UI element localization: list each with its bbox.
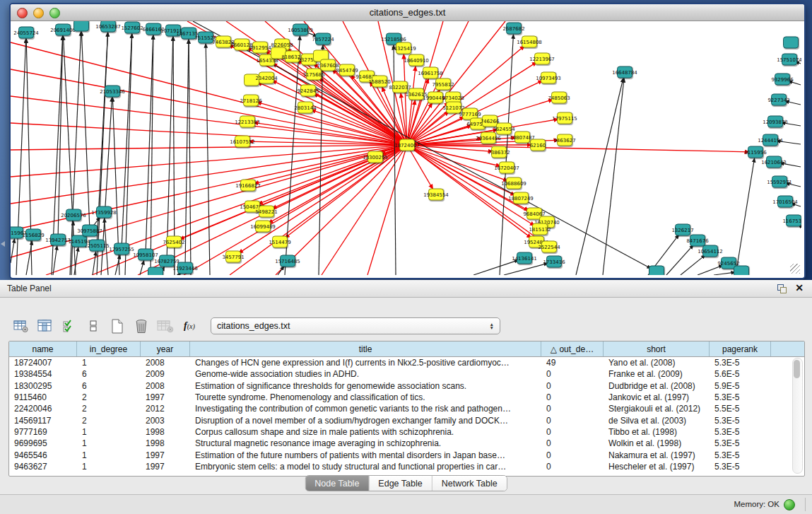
table-cell[interactable]: 5.3E-5 [710, 392, 771, 402]
table-cell[interactable]: 0 [541, 369, 604, 379]
table-cell[interactable]: 2 [77, 404, 141, 414]
table-row[interactable]: 1872400712008Changes of HCN gene express… [9, 357, 804, 368]
network-node[interactable] [734, 266, 749, 276]
table-cell[interactable]: 1998 [141, 438, 190, 448]
network-node[interactable] [649, 266, 664, 276]
network-node[interactable]: 17975115 [557, 112, 572, 124]
table-cell[interactable]: 5.3E-5 [710, 462, 771, 472]
network-node[interactable]: 20206576 [66, 209, 81, 221]
network-node[interactable]: 1167531 [786, 215, 801, 227]
network-node[interactable]: 7485063 [551, 92, 567, 104]
network-node[interactable]: 11923446 [177, 262, 193, 274]
table-cell[interactable]: 0 [541, 381, 604, 391]
table-row[interactable]: 1830029562008Estimation of significance … [9, 380, 804, 392]
window-resize-grip[interactable] [790, 264, 800, 274]
network-node[interactable]: 10958107 [138, 249, 153, 261]
table-cell[interactable]: de Silva et al. (2003) [604, 416, 710, 426]
table-row[interactable]: 1938455462009Genome-wide association stu… [9, 368, 804, 380]
table-cell[interactable]: 9699695 [9, 438, 77, 448]
table-cell[interactable]: 49 [541, 358, 604, 368]
network-node[interactable]: 10688609 [506, 177, 522, 189]
scrollbar-thumb[interactable] [794, 360, 800, 378]
network-node[interactable]: 16648784 [617, 66, 632, 78]
column-header-name[interactable]: name [9, 341, 77, 356]
table-cell[interactable]: Estimation of the future numbers of pati… [190, 450, 541, 460]
table-cell[interactable]: 0 [541, 416, 604, 426]
table-cell[interactable]: 1997 [141, 392, 190, 402]
table-cell[interactable]: Changes of HCN gene expression and I(f) … [190, 358, 541, 368]
network-node[interactable]: 15716485 [280, 255, 295, 267]
table-row[interactable]: 946362711997Embryonic stem cells: a mode… [9, 461, 804, 472]
network-node[interactable]: 2367608 [320, 59, 336, 71]
network-node[interactable]: 10807487 [514, 132, 530, 144]
table-cell[interactable]: 1 [77, 438, 141, 448]
table-cell[interactable]: 5.5E-5 [710, 404, 771, 414]
network-canvas[interactable]: 2405572420691406106532871527602646616010… [11, 21, 801, 275]
network-node[interactable]: 10653287 [100, 21, 116, 33]
table-cell[interactable]: 6 [77, 381, 141, 391]
table-cell[interactable]: 9777169 [9, 427, 77, 437]
table-cell[interactable]: 2003 [141, 416, 190, 426]
network-node[interactable]: 11325419 [396, 42, 411, 54]
network-node[interactable]: 1733416 [546, 256, 562, 268]
table-cell[interactable]: Corpus callosum shape and size in male p… [190, 427, 541, 437]
table-cell[interactable]: 5.3E-5 [710, 416, 771, 426]
table-cell[interactable]: 19384554 [9, 369, 77, 379]
table-cell[interactable]: 1 [77, 462, 141, 472]
table-selector-dropdown[interactable]: citations_edges.txt ▲▼ [211, 317, 500, 334]
network-node[interactable]: 7857224 [315, 33, 331, 45]
network-node[interactable]: 9242845 [300, 85, 316, 97]
network-node[interactable]: 24055724 [18, 27, 34, 39]
network-node[interactable]: 16720407 [499, 162, 514, 174]
network-node[interactable]: 3175685 [306, 69, 322, 81]
table-cell[interactable]: 14569117 [9, 416, 77, 426]
table-cell[interactable]: Stergiakouli et al. (2012) [604, 404, 710, 414]
network-node[interactable]: 7955812 [435, 78, 451, 90]
network-node[interactable]: 18807249 [513, 192, 529, 204]
network-node[interactable]: 15751074 [782, 54, 797, 66]
network-node[interactable]: 8471676 [690, 235, 705, 247]
network-node[interactable]: 1326217 [675, 224, 690, 236]
table-cell[interactable]: 5.3E-5 [710, 358, 771, 368]
network-node[interactable]: 3624554 [496, 123, 512, 135]
network-node[interactable]: 17016504 [777, 196, 793, 208]
network-window[interactable]: citations_edges.txt 24055724206914061065… [9, 3, 806, 279]
network-node[interactable]: 17957255 [114, 243, 129, 255]
table-cell[interactable]: 5.9E-5 [710, 381, 771, 391]
table-row[interactable]: 1456911722003Disruption of a novel membe… [9, 414, 804, 426]
table-row[interactable]: 946554611997Estimation of the future num… [9, 449, 804, 460]
row-height-button[interactable] [85, 317, 102, 334]
table-cell[interactable]: 1998 [141, 427, 190, 437]
network-node[interactable]: 9227343 [771, 94, 787, 106]
network-node[interactable]: 6466160 [146, 23, 161, 35]
tab-node-table[interactable]: Node Table [305, 476, 369, 491]
table-cell[interactable]: 5.6E-5 [710, 369, 771, 379]
column-header-year[interactable]: year [141, 341, 190, 356]
table-cell[interactable]: Nakamura et al. (1997) [604, 450, 710, 460]
network-node[interactable]: 2687682 [506, 23, 522, 35]
network-node[interactable]: 5498221 [259, 206, 274, 218]
network-node[interactable]: 2522544 [541, 241, 557, 253]
table-cell[interactable]: 1997 [141, 462, 190, 472]
table-cell[interactable]: 5.3E-5 [710, 450, 771, 460]
show-columns-button[interactable] [37, 317, 54, 334]
network-node[interactable] [783, 37, 799, 49]
network-node[interactable]: 1588520 [372, 76, 387, 88]
network-node[interactable]: 8912954 [252, 42, 268, 54]
network-node[interactable]: 16782759 [159, 255, 175, 267]
network-node[interactable]: 16961758 [423, 67, 438, 79]
network-node[interactable]: 20691406 [55, 24, 71, 36]
table-row[interactable]: 969969511998Structural magnetic resonanc… [9, 438, 804, 449]
table-cell[interactable]: Tibbo et al. (1998) [604, 427, 710, 437]
table-cell[interactable]: 6 [77, 369, 141, 379]
network-node[interactable]: 30975887 [82, 225, 98, 237]
network-node[interactable]: 9463627 [557, 134, 572, 146]
network-node[interactable]: 7386372 [491, 146, 507, 158]
table-cell[interactable]: 1 [77, 427, 141, 437]
network-node[interactable]: 8454749 [339, 64, 355, 76]
column-header-out_de[interactable]: △ out_de… [541, 341, 604, 356]
table-cell[interactable]: 0 [541, 404, 604, 414]
table-cell[interactable]: 2008 [141, 381, 190, 391]
network-node[interactable]: 15592971 [772, 176, 787, 188]
network-node[interactable]: 8660128 [234, 39, 249, 51]
